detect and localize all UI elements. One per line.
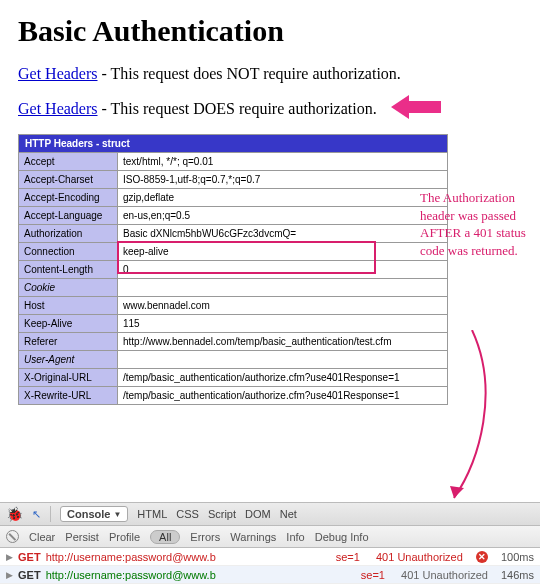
header-key: Accept-Charset: [19, 170, 118, 188]
request-url: http://username:password@www.b: [46, 551, 216, 563]
table-row: Accepttext/html, */*; q=0.01: [19, 152, 448, 170]
expand-icon[interactable]: ▶: [6, 570, 13, 580]
table-row: User-Agent: [19, 350, 448, 368]
header-key: X-Original-URL: [19, 368, 118, 386]
header-value: en-us,en;q=0.5: [118, 206, 448, 224]
get-headers-link-1[interactable]: Get Headers: [18, 65, 98, 82]
svg-marker-0: [391, 95, 441, 119]
table-row: Refererhttp://www.bennadel.com/temp/basi…: [19, 332, 448, 350]
console-row[interactable]: ▶GET http://username:password@www.bse=1 …: [0, 548, 540, 566]
header-key: User-Agent: [19, 350, 118, 368]
header-value: /temp/basic_authentication/authorize.cfm…: [118, 386, 448, 404]
header-key: Keep-Alive: [19, 314, 118, 332]
header-key: Connection: [19, 242, 118, 260]
header-value: [118, 278, 448, 296]
clear-button[interactable]: Clear: [29, 531, 55, 543]
firebug-icon[interactable]: 🐞: [6, 506, 23, 522]
table-row: Content-Length0: [19, 260, 448, 278]
header-value: 0: [118, 260, 448, 278]
header-key: Host: [19, 296, 118, 314]
header-value: ISO-8859-1,utf-8;q=0.7,*;q=0.7: [118, 170, 448, 188]
status-text: 401 Unauthorized: [376, 551, 463, 563]
filter-warnings[interactable]: Warnings: [230, 531, 276, 543]
status-text: 401 Unauthorized: [401, 569, 488, 581]
header-value: keep-alive: [118, 242, 448, 260]
table-row: Accept-Encodinggzip,deflate: [19, 188, 448, 206]
request-url: http://username:password@www.b: [46, 569, 216, 581]
header-key: Accept: [19, 152, 118, 170]
table-row: Hostwww.bennadel.com: [19, 296, 448, 314]
table-row: X-Rewrite-URL/temp/basic_authentication/…: [19, 386, 448, 404]
svg-marker-1: [450, 486, 464, 498]
http-headers-table-wrap: HTTP Headers - struct Accepttext/html, *…: [18, 134, 522, 405]
header-key: Cookie: [19, 278, 118, 296]
table-row: X-Original-URL/temp/basic_authentication…: [19, 368, 448, 386]
table-row: Connectionkeep-alive: [19, 242, 448, 260]
header-value: text/html, */*; q=0.01: [118, 152, 448, 170]
expand-icon[interactable]: ▶: [6, 552, 13, 562]
filter-info[interactable]: Info: [286, 531, 304, 543]
pink-arrow-icon: [391, 95, 441, 119]
timing: 146ms: [501, 569, 534, 581]
tab-script[interactable]: Script: [208, 508, 236, 520]
devtools-tabbar: 🐞 ↖ Console▼ HTML CSS Script DOM Net: [0, 502, 540, 526]
header-value: 115: [118, 314, 448, 332]
intro-line-1-desc: - This request does NOT require authoriz…: [98, 65, 401, 82]
stop-icon[interactable]: [6, 530, 19, 543]
handwritten-annotation: The Authorization header was passed AFTE…: [420, 189, 530, 259]
table-row: Keep-Alive115: [19, 314, 448, 332]
intro-line-2-desc: - This request DOES require authorizatio…: [98, 100, 377, 117]
header-value: http://www.bennadel.com/temp/basic_authe…: [118, 332, 448, 350]
query-frag: se=1: [336, 551, 360, 563]
timing: 100ms: [501, 551, 534, 563]
tab-console[interactable]: Console▼: [60, 506, 128, 522]
header-value: Basic dXNlcm5hbWU6cGFzc3dvcmQ=: [118, 224, 448, 242]
header-value: /temp/basic_authentication/authorize.cfm…: [118, 368, 448, 386]
intro-line-1: Get Headers - This request does NOT requ…: [18, 64, 522, 85]
http-headers-table: HTTP Headers - struct Accepttext/html, *…: [18, 134, 448, 405]
http-method: GET: [18, 569, 41, 581]
header-key: Accept-Language: [19, 206, 118, 224]
http-method: GET: [18, 551, 41, 563]
header-key: Referer: [19, 332, 118, 350]
header-key: Content-Length: [19, 260, 118, 278]
inspect-icon[interactable]: ↖: [32, 508, 41, 521]
filter-errors[interactable]: Errors: [190, 531, 220, 543]
error-icon: ✕: [476, 551, 488, 563]
table-row: Accept-Languageen-us,en;q=0.5: [19, 206, 448, 224]
console-row[interactable]: ▶GET http://username:password@www.bse=1 …: [0, 566, 540, 584]
tab-net[interactable]: Net: [280, 508, 297, 520]
filter-debug[interactable]: Debug Info: [315, 531, 369, 543]
table-row: Accept-CharsetISO-8859-1,utf-8;q=0.7,*;q…: [19, 170, 448, 188]
intro-line-2: Get Headers - This request DOES require …: [18, 99, 522, 120]
get-headers-link-2[interactable]: Get Headers: [18, 100, 98, 117]
devtools-panel: 🐞 ↖ Console▼ HTML CSS Script DOM Net Cle…: [0, 502, 540, 584]
tab-html[interactable]: HTML: [137, 508, 167, 520]
profile-button[interactable]: Profile: [109, 531, 140, 543]
tab-dom[interactable]: DOM: [245, 508, 271, 520]
table-row: AuthorizationBasic dXNlcm5hbWU6cGFzc3dvc…: [19, 224, 448, 242]
header-key: X-Rewrite-URL: [19, 386, 118, 404]
header-key: Accept-Encoding: [19, 188, 118, 206]
header-value: gzip,deflate: [118, 188, 448, 206]
header-value: [118, 350, 448, 368]
console-rows: ▶GET http://username:password@www.bse=1 …: [0, 548, 540, 584]
persist-button[interactable]: Persist: [65, 531, 99, 543]
table-row: Cookie: [19, 278, 448, 296]
header-key: Authorization: [19, 224, 118, 242]
table-title: HTTP Headers - struct: [19, 134, 448, 152]
devtools-subbar: Clear Persist Profile All Errors Warning…: [0, 526, 540, 548]
query-frag: se=1: [361, 569, 385, 581]
filter-all[interactable]: All: [150, 530, 180, 544]
page-title: Basic Authentication: [18, 14, 522, 48]
tab-css[interactable]: CSS: [176, 508, 199, 520]
header-value: www.bennadel.com: [118, 296, 448, 314]
